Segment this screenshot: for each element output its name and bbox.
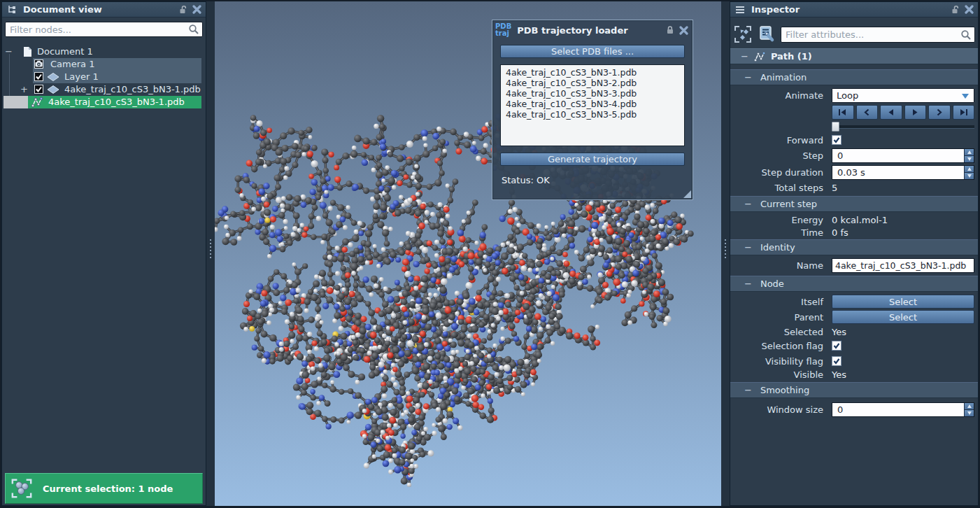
file-item[interactable]: 4ake_traj_c10_cS3_bN3-4.pdb bbox=[506, 99, 684, 109]
step-back-button[interactable] bbox=[856, 105, 879, 120]
current-step-header-label: Current step bbox=[760, 199, 817, 209]
unlock-icon[interactable] bbox=[951, 5, 960, 15]
skip-start-button[interactable] bbox=[832, 105, 854, 120]
current-selection-bar[interactable]: Current selection: 1 node bbox=[5, 473, 203, 504]
selection-flag-checkbox[interactable] bbox=[832, 341, 841, 351]
energy-value: 0 kcal.mol-1 bbox=[832, 215, 974, 225]
pdb-file-list[interactable]: 4ake_traj_c10_cS3_bN3-1.pdb 4ake_traj_c1… bbox=[500, 64, 685, 146]
smoothing-section-header[interactable]: − Smoothing bbox=[730, 382, 978, 398]
window-size-spinbox[interactable]: 0 bbox=[832, 402, 974, 417]
viewport-3d[interactable]: PDBtraj PDB trajectory loader Select PDB… bbox=[215, 1, 721, 506]
animation-section-header[interactable]: − Animation bbox=[730, 69, 978, 85]
status-text: Status: OK bbox=[502, 175, 693, 185]
resize-grip[interactable] bbox=[683, 190, 691, 198]
current-step-section-header[interactable]: − Current step bbox=[730, 196, 978, 212]
generate-trajectory-button[interactable]: Generate trajectory bbox=[500, 153, 685, 166]
energy-label: Energy bbox=[730, 215, 823, 225]
tree-label[interactable]: 4ake_traj_c10_cS3_bN3-1.pdb bbox=[48, 97, 185, 107]
spin-up-button[interactable] bbox=[964, 166, 974, 173]
select-itself-button[interactable]: Select bbox=[832, 295, 974, 309]
file-item[interactable]: 4ake_traj_c10_cS3_bN3-1.pdb bbox=[506, 67, 684, 78]
inspect-document-button[interactable] bbox=[757, 25, 776, 43]
time-label: Time bbox=[730, 227, 823, 238]
animate-dropdown[interactable]: Loop bbox=[832, 88, 974, 103]
timeline-slider[interactable] bbox=[832, 122, 974, 132]
visibility-flag-checkbox[interactable] bbox=[832, 356, 841, 366]
spin-up-button[interactable] bbox=[964, 403, 974, 410]
close-icon[interactable] bbox=[679, 26, 688, 35]
selection-icon bbox=[10, 477, 33, 500]
pdb-trajectory-loader-dialog[interactable]: PDBtraj PDB trajectory loader Select PDB… bbox=[492, 20, 693, 200]
select-mode-button[interactable] bbox=[733, 25, 753, 43]
step-spinbox[interactable]: 0 bbox=[832, 148, 974, 163]
tree-row-camera[interactable]: Camera 1 bbox=[2, 58, 206, 71]
chevron-down-icon bbox=[962, 94, 969, 99]
play-backward-button[interactable] bbox=[880, 105, 902, 120]
tree-row-structure[interactable]: + 4ake_traj_c10_cS3_bN3-1.pdb bbox=[2, 83, 206, 96]
dialog-titlebar[interactable]: PDBtraj PDB trajectory loader bbox=[492, 20, 693, 38]
layer-icon bbox=[47, 85, 59, 94]
tree-label[interactable]: 4ake_traj_c10_cS3_bN3-1.pdb bbox=[64, 84, 201, 94]
left-splitter[interactable] bbox=[206, 1, 215, 506]
file-item[interactable]: 4ake_traj_c10_cS3_bN3-2.pdb bbox=[506, 78, 684, 88]
inspector-title: Inspector bbox=[751, 4, 951, 15]
unlock-icon[interactable] bbox=[178, 5, 188, 15]
tree-label[interactable]: Document 1 bbox=[37, 46, 93, 57]
total-steps-value: 5 bbox=[832, 183, 974, 193]
tree-row-path-selected[interactable]: 4ake_traj_c10_cS3_bN3-1.pdb bbox=[2, 96, 206, 108]
path-icon bbox=[31, 97, 44, 108]
window-size-label: Window size bbox=[730, 404, 823, 415]
tree-label[interactable]: Camera 1 bbox=[50, 59, 94, 69]
right-splitter[interactable] bbox=[721, 1, 730, 506]
file-item[interactable]: 4ake_traj_c10_cS3_bN3-3.pdb bbox=[506, 88, 684, 99]
spin-down-button[interactable] bbox=[964, 173, 974, 179]
selection-flag-label: Selection flag bbox=[730, 341, 823, 351]
collapse-expander[interactable]: − bbox=[5, 46, 13, 57]
spin-down-button[interactable] bbox=[964, 156, 974, 162]
name-input[interactable] bbox=[832, 258, 974, 273]
document-view-titlebar[interactable]: Document view bbox=[2, 2, 206, 17]
filter-attributes-input[interactable] bbox=[781, 27, 975, 43]
step-duration-spinbox[interactable]: 0.03 s bbox=[832, 165, 974, 180]
tree-row-layer[interactable]: Layer 1 bbox=[2, 71, 206, 83]
search-icon bbox=[188, 24, 199, 35]
node-section-header[interactable]: − Node bbox=[730, 276, 978, 292]
hierarchy-icon bbox=[6, 4, 17, 15]
document-view-title: Document view bbox=[23, 4, 178, 15]
play-forward-button[interactable] bbox=[904, 105, 927, 120]
close-icon[interactable] bbox=[192, 5, 201, 14]
inspector-panel: Inspector − Path (1) − Anim bbox=[730, 1, 979, 506]
spin-down-button[interactable] bbox=[964, 410, 974, 416]
expand-expander[interactable]: + bbox=[20, 84, 28, 94]
close-icon[interactable] bbox=[965, 5, 974, 14]
drag-indicator bbox=[3, 96, 28, 108]
skip-end-button[interactable] bbox=[953, 105, 975, 120]
smoothing-header-label: Smoothing bbox=[760, 385, 809, 395]
checkbox-checked[interactable] bbox=[34, 72, 43, 81]
step-duration-label: Step duration bbox=[730, 167, 823, 178]
menu-icon[interactable] bbox=[734, 5, 746, 15]
forward-label: Forward bbox=[730, 135, 823, 146]
current-selection-label: Current selection: 1 node bbox=[43, 484, 173, 494]
checkbox-checked[interactable] bbox=[34, 85, 43, 94]
select-pdb-files-button[interactable]: Select PDB files ... bbox=[500, 45, 685, 58]
path-header-label: Path (1) bbox=[771, 51, 812, 62]
node-header-label: Node bbox=[760, 278, 784, 289]
tree-row-document[interactable]: − Document 1 bbox=[2, 45, 206, 58]
selected-label: Selected bbox=[730, 327, 823, 337]
step-forward-button[interactable] bbox=[928, 105, 951, 120]
camera-icon bbox=[34, 59, 43, 69]
lock-icon[interactable] bbox=[665, 25, 675, 35]
inspector-titlebar[interactable]: Inspector bbox=[730, 2, 978, 17]
slider-handle[interactable] bbox=[832, 122, 839, 132]
animation-header-label: Animation bbox=[760, 72, 807, 83]
select-parent-button[interactable]: Select bbox=[832, 310, 974, 324]
forward-checkbox[interactable] bbox=[832, 135, 841, 145]
path-section-header[interactable]: − Path (1) bbox=[730, 48, 978, 64]
search-icon bbox=[960, 29, 972, 41]
filter-nodes-input[interactable] bbox=[5, 22, 203, 37]
spin-up-button[interactable] bbox=[964, 149, 974, 156]
tree-label[interactable]: Layer 1 bbox=[64, 71, 99, 82]
file-item[interactable]: 4ake_traj_c10_cS3_bN3-5.pdb bbox=[506, 109, 684, 120]
identity-section-header[interactable]: − Identity bbox=[730, 239, 978, 255]
